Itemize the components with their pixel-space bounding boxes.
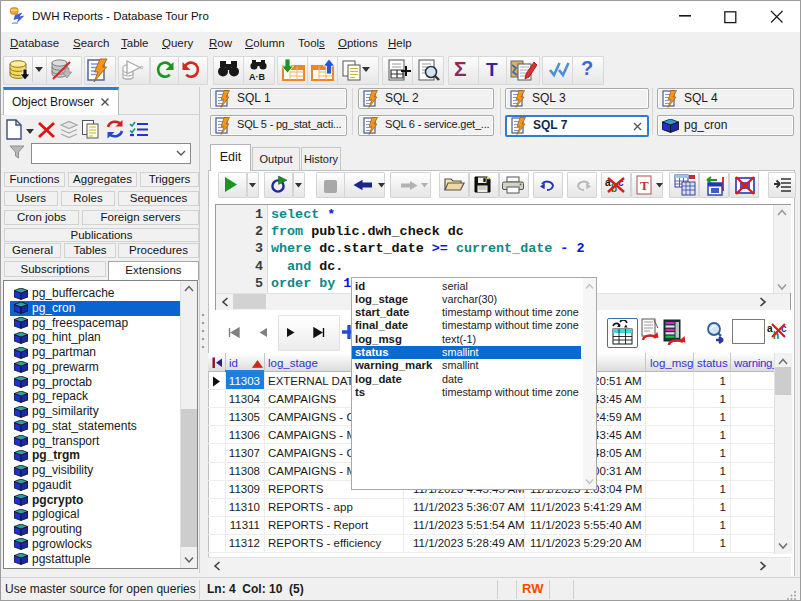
svg-text:A·B: A·B (249, 72, 265, 82)
svg-text:T: T (640, 178, 649, 193)
